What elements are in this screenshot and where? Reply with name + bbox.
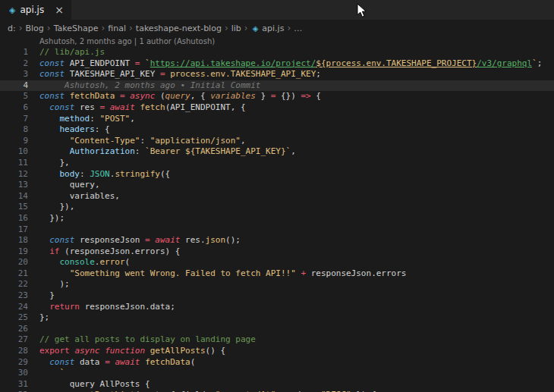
code-line[interactable]: 5const fetchData = async (query, { varia… <box>0 91 554 102</box>
tab-api-js[interactable]: ◈ api.js × <box>0 0 71 20</box>
code-token: ${process.env.TAKESHAPE_PROJECT} <box>316 58 477 68</box>
chevron-right-icon: › <box>287 23 291 33</box>
code-token: const <box>49 102 74 112</box>
code-token: const <box>39 58 65 68</box>
line-number: 12 <box>0 169 28 180</box>
editor[interactable]: Ashutosh, 2 months ago | 1 author (Ashut… <box>0 36 554 392</box>
code-text: return responseJson.data; <box>39 302 175 313</box>
code-token: async <box>74 346 99 356</box>
code-line[interactable]: 10 Authorization: `Bearer ${TAKESHAPE_AP… <box>0 146 554 158</box>
breadcrumb-item[interactable]: takeshape-next-blog <box>136 24 222 33</box>
code-line[interactable]: 16 }); <box>0 213 554 224</box>
code-line[interactable]: 19 if (responseJson.errors) { <box>0 246 554 258</box>
file-icon: ◈ <box>9 6 15 14</box>
code-line[interactable]: 8 headers: { <box>0 124 554 136</box>
code-line[interactable]: 13 query, <box>0 180 554 191</box>
code-text: const TAKESHAPE_API_KEY = process.env.TA… <box>39 69 321 80</box>
code-token: . <box>130 246 135 256</box>
code-token <box>65 69 70 79</box>
code-token: headers <box>60 124 95 134</box>
code-token <box>39 379 70 389</box>
code-lines: 1// lib/api.js2const API_ENDPOINT = `htt… <box>0 47 554 392</box>
breadcrumb-item[interactable]: d: <box>8 24 16 33</box>
code-line[interactable]: 3const TAKESHAPE_API_KEY = process.env.T… <box>0 69 554 80</box>
breadcrumb-item[interactable]: … <box>294 24 302 33</box>
breadcrumb-item[interactable]: api.js <box>262 24 284 33</box>
code-text: method: "POST", <box>39 114 135 125</box>
line-number: 28 <box>0 346 28 357</box>
codelens-annotation[interactable]: Ashutosh, 2 months ago | 1 author (Ashut… <box>0 36 554 47</box>
code-line[interactable]: 25}; <box>0 312 554 324</box>
code-line[interactable]: 28export async function getAllPosts() { <box>0 346 554 357</box>
line-number: 1 <box>0 47 28 58</box>
code-text: const res = await fetch(API_ENDPOINT, { <box>39 102 246 114</box>
code-token: async <box>130 91 155 101</box>
code-line[interactable]: 4 Ashutosh, 2 months ago • Initial Commi… <box>0 80 554 92</box>
code-token: . <box>371 268 376 278</box>
code-line[interactable]: 2const API_ENDPOINT = `https://api.takes… <box>0 58 554 70</box>
code-line[interactable]: 30 ` <box>0 368 554 379</box>
code-token <box>39 257 60 267</box>
line-number: 24 <box>0 302 28 313</box>
file-icon: ◈ <box>253 24 259 33</box>
code-token: await <box>115 357 140 367</box>
code-token: JSON <box>90 169 110 179</box>
line-number: 16 <box>0 213 28 224</box>
mouse-cursor <box>357 3 367 19</box>
close-icon[interactable]: × <box>53 5 65 15</box>
code-token <box>39 235 49 245</box>
code-token <box>39 191 70 201</box>
breadcrumb-item[interactable]: Blog <box>26 24 44 33</box>
code-token <box>39 302 49 312</box>
code-line[interactable]: 12 body: JSON.stringify({ <box>0 169 554 180</box>
code-line[interactable]: 1// lib/api.js <box>0 47 554 58</box>
tab-label: api.js <box>20 5 44 15</box>
code-line[interactable]: 29 const data = await fetchData( <box>0 357 554 368</box>
breadcrumb-item[interactable]: TakeShape <box>54 24 99 33</box>
code-line[interactable]: 27// get all posts to display on landing… <box>0 334 554 346</box>
code-token: console <box>60 257 95 267</box>
code-token: res <box>185 235 200 245</box>
code-token: const <box>39 69 65 79</box>
breadcrumb-item[interactable]: lib <box>231 24 241 33</box>
chevron-right-icon: › <box>129 23 133 33</box>
code-token: body <box>60 169 80 179</box>
code-token <box>65 58 70 68</box>
code-line[interactable]: 11 }, <box>0 158 554 169</box>
code-token <box>39 124 60 134</box>
code-line[interactable]: 15 }), <box>0 202 554 213</box>
line-number: 31 <box>0 379 28 390</box>
code-line[interactable]: 9 "Content-Type": "application/json", <box>0 136 554 147</box>
line-number: 5 <box>0 91 28 102</box>
code-line[interactable]: 20 console.error( <box>0 257 554 268</box>
code-text: }); <box>39 213 65 224</box>
code-line[interactable]: 17 <box>0 224 554 236</box>
line-number: 17 <box>0 224 28 236</box>
code-line[interactable]: 31 query AllPosts { <box>0 379 554 390</box>
code-line[interactable]: 14 variables, <box>0 191 554 202</box>
line-number: 27 <box>0 334 28 346</box>
code-token: errors <box>376 268 407 278</box>
code-text: ); <box>39 279 70 290</box>
breadcrumb-item[interactable]: final <box>108 24 126 33</box>
code-text: variables, <box>39 191 120 202</box>
code-token: }, <box>39 158 70 168</box>
code-line[interactable]: 21 "Something went Wrong. Failed to fetc… <box>0 268 554 280</box>
line-number: 15 <box>0 202 28 213</box>
code-token: ` <box>532 58 537 68</box>
code-line[interactable]: 23 } <box>0 290 554 302</box>
line-number: 20 <box>0 257 28 268</box>
code-token: /v3/graphql <box>477 58 532 68</box>
code-line[interactable]: 24 return responseJson.data; <box>0 302 554 313</box>
code-line[interactable]: 26 <box>0 324 554 335</box>
code-line[interactable]: 6 const res = await fetch(API_ENDPOINT, … <box>0 102 554 114</box>
code-line[interactable]: 7 method: "POST", <box>0 114 554 125</box>
code-text: Ashutosh, 2 months ago • Initial Commit <box>39 80 260 92</box>
code-line[interactable]: 18 const responseJson = await res.json()… <box>0 235 554 246</box>
code-token: res <box>80 102 95 112</box>
code-line[interactable]: 22 ); <box>0 279 554 290</box>
line-number: 26 <box>0 324 28 335</box>
code-text: // get all posts to display on landing p… <box>39 334 256 346</box>
code-token: data <box>80 357 100 367</box>
line-number: 18 <box>0 235 28 246</box>
